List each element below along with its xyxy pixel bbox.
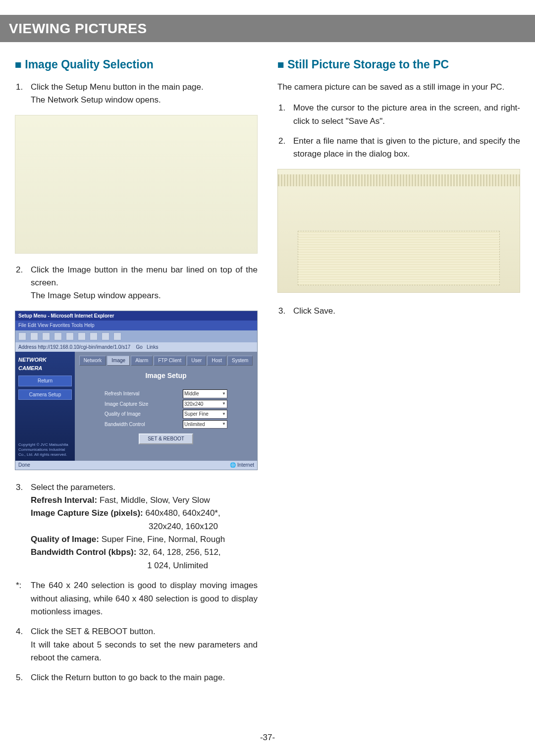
param-label: Bandwidth Control (kbps): <box>31 547 136 557</box>
note-marker: *: <box>16 579 31 618</box>
window-title: Setup Menu - Microsoft Internet Explorer <box>15 311 257 321</box>
decorative-inner <box>298 231 500 285</box>
section-title-right: ■ Still Picture Storage to the PC <box>277 56 520 74</box>
tab-system[interactable]: System <box>227 356 253 366</box>
mail-icon[interactable] <box>102 332 109 340</box>
search-icon[interactable] <box>66 332 74 340</box>
tab-alarm[interactable]: Alarm <box>131 356 153 366</box>
decorative-band <box>278 174 520 186</box>
step-marker: 3. <box>16 481 31 572</box>
tab-user[interactable]: User <box>187 356 206 366</box>
links-button[interactable]: Links <box>147 344 158 350</box>
tab-ftp-client[interactable]: FTP Client <box>154 356 186 366</box>
right-lead: The camera picture can be saved as a sti… <box>277 81 520 94</box>
main-panel: Network Image Alarm FTP Client User Host… <box>75 352 257 461</box>
step-marker: 2. <box>16 264 31 303</box>
step-text: Move the cursor to the picture area in t… <box>293 102 520 128</box>
right-step-1: 1. Move the cursor to the picture area i… <box>278 102 520 128</box>
step-marker: 3. <box>278 305 293 318</box>
row-quality-of-image: Quality of Image Super Fine▼ <box>105 410 227 419</box>
step-text: Click the Setup Menu button in the main … <box>31 82 204 92</box>
status-left: Done <box>18 461 30 469</box>
address-bar[interactable]: Address http://192.168.0.10/cgi-bin/iman… <box>15 342 257 352</box>
home-icon[interactable] <box>54 332 62 340</box>
right-step-3: 3. Click Save. <box>278 305 520 318</box>
page-banner: VIEWING PICTURES <box>0 15 535 42</box>
step-text: Select the parameters. <box>31 483 115 492</box>
left-step-4: 4. Click the SET & REBOOT button. It wil… <box>16 625 258 664</box>
step-marker: 1. <box>278 102 293 128</box>
tab-bar: Network Image Alarm FTP Client User Host… <box>75 352 257 366</box>
step-text: Click the Return button to go back to th… <box>31 671 258 684</box>
param-values: Super Fine, Fine, Normal, Rough <box>99 535 225 544</box>
param-values: Fast, Middle, Slow, Very Slow <box>97 495 210 505</box>
address-label: Address <box>18 344 37 350</box>
left-step-2: 2. Click the Image button in the menu ba… <box>16 264 258 303</box>
chevron-down-icon: ▼ <box>222 401 226 407</box>
label-image-capture-size: Image Capture Size <box>105 400 183 408</box>
row-image-capture-size: Image Capture Size 320x240▼ <box>105 400 227 409</box>
left-step-3: 3. Select the parameters. Refresh Interv… <box>16 481 258 572</box>
stop-icon[interactable] <box>30 332 38 340</box>
select-refresh-interval[interactable]: Middle▼ <box>183 389 227 398</box>
section-title-left: ■ Image Quality Selection <box>15 56 258 74</box>
row-bandwidth-control: Bandwidth Control Unlimited▼ <box>105 420 227 429</box>
print-icon[interactable] <box>113 332 121 340</box>
param-label: Image Capture Size (pixels): <box>31 508 143 518</box>
set-reboot-button[interactable]: SET & REBOOT <box>139 433 193 444</box>
left-note: *: The 640 x 240 selection is good to di… <box>16 579 258 618</box>
step-text: Click Save. <box>293 305 520 318</box>
step-marker: 2. <box>278 135 293 161</box>
sidebar-copyright: Copyright © JVC Matsushita Communication… <box>18 442 72 457</box>
go-button[interactable]: Go <box>136 344 142 350</box>
param-values: 1 024, Unlimited <box>31 559 258 572</box>
sidebar-camera-setup-button[interactable]: Camera Setup <box>18 389 72 400</box>
step-text: Click the SET & REBOOT button. <box>31 627 156 636</box>
tab-host[interactable]: Host <box>207 356 226 366</box>
chevron-down-icon: ▼ <box>222 411 226 417</box>
tab-image[interactable]: Image <box>107 356 130 366</box>
row-refresh-interval: Refresh Interval Middle▼ <box>105 389 227 398</box>
param-values: 32, 64, 128, 256, 512, <box>136 547 220 557</box>
left-step-1: 1. Click the Setup Menu button in the ma… <box>16 81 258 107</box>
favorites-icon[interactable] <box>78 332 86 340</box>
history-icon[interactable] <box>90 332 98 340</box>
note-text: The 640 x 240 selection is good to displ… <box>31 579 258 618</box>
step-text: Click the Image button in the menu bar l… <box>31 265 258 287</box>
param-label: Quality of Image: <box>31 535 99 544</box>
step-text: It will take about 5 seconds to set the … <box>31 640 258 662</box>
param-values: 640x480, 640x240*, <box>143 508 220 518</box>
sidebar: NETWORK CAMERA Return Camera Setup Copyr… <box>15 352 75 461</box>
sidebar-return-button[interactable]: Return <box>18 376 72 386</box>
panel-title: Image Setup <box>75 366 257 386</box>
step-marker: 5. <box>16 671 31 684</box>
window-menubar[interactable]: File Edit View Favorites Tools Help <box>15 321 257 330</box>
page-number: -37- <box>0 731 535 744</box>
step-text: The Image Setup window appears. <box>31 291 161 300</box>
status-right: 🌐 Internet <box>230 461 254 469</box>
status-bar: Done 🌐 Internet <box>15 461 257 470</box>
step-text: The Network Setup window opens. <box>31 95 161 105</box>
select-quality-of-image[interactable]: Super Fine▼ <box>183 410 227 419</box>
screenshot-placeholder-2 <box>277 169 520 293</box>
step-marker: 1. <box>16 81 31 107</box>
refresh-icon[interactable] <box>42 332 50 340</box>
chevron-down-icon: ▼ <box>222 391 226 397</box>
chevron-down-icon: ▼ <box>222 421 226 427</box>
tab-network[interactable]: Network <box>79 356 107 366</box>
left-column: ■ Image Quality Selection 1. Click the S… <box>15 54 258 692</box>
page-columns: ■ Image Quality Selection 1. Click the S… <box>0 54 535 692</box>
step-text: Enter a file name that is given to the p… <box>293 135 520 161</box>
back-icon[interactable] <box>18 332 26 340</box>
select-bandwidth-control[interactable]: Unlimited▼ <box>183 420 227 429</box>
label-quality-of-image: Quality of Image <box>105 410 183 418</box>
step-marker: 4. <box>16 625 31 664</box>
label-refresh-interval: Refresh Interval <box>105 390 183 398</box>
right-step-2: 2. Enter a file name that is given to th… <box>278 135 520 161</box>
select-image-capture-size[interactable]: 320x240▼ <box>183 400 227 409</box>
window-toolbar[interactable] <box>15 330 257 342</box>
right-column: ■ Still Picture Storage to the PC The ca… <box>277 54 520 692</box>
image-setup-screenshot: Setup Menu - Microsoft Internet Explorer… <box>15 311 258 470</box>
image-setup-form: Refresh Interval Middle▼ Image Capture S… <box>75 386 257 448</box>
address-value: http://192.168.0.10/cgi-bin/imande/1.0/s… <box>38 344 130 350</box>
